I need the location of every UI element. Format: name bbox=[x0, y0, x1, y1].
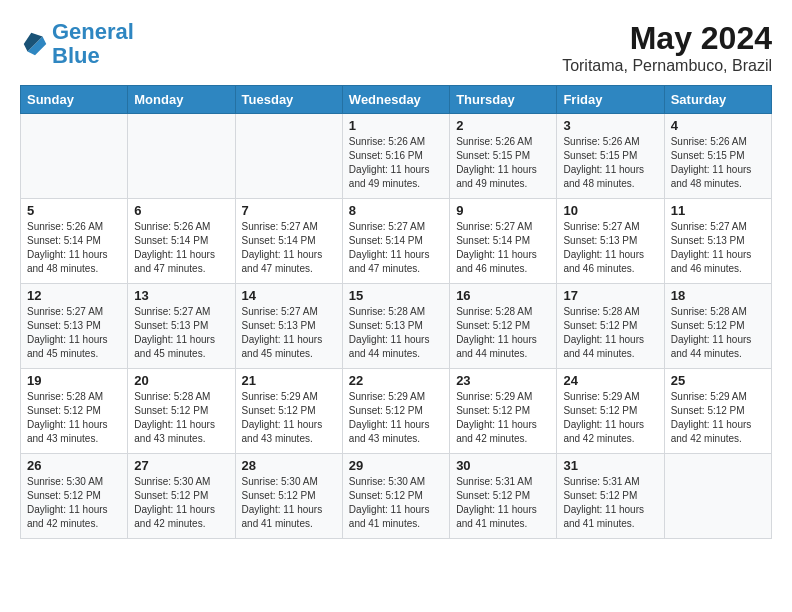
day-number: 31 bbox=[563, 458, 657, 473]
calendar-cell: 30Sunrise: 5:31 AM Sunset: 5:12 PM Dayli… bbox=[450, 454, 557, 539]
day-info: Sunrise: 5:28 AM Sunset: 5:12 PM Dayligh… bbox=[563, 305, 657, 361]
calendar-cell: 24Sunrise: 5:29 AM Sunset: 5:12 PM Dayli… bbox=[557, 369, 664, 454]
day-number: 18 bbox=[671, 288, 765, 303]
day-number: 6 bbox=[134, 203, 228, 218]
page-header: General Blue May 2024 Toritama, Pernambu… bbox=[20, 20, 772, 75]
day-number: 5 bbox=[27, 203, 121, 218]
day-number: 21 bbox=[242, 373, 336, 388]
logo-text: General Blue bbox=[52, 20, 134, 68]
calendar-cell: 27Sunrise: 5:30 AM Sunset: 5:12 PM Dayli… bbox=[128, 454, 235, 539]
day-number: 7 bbox=[242, 203, 336, 218]
calendar-week-row: 12Sunrise: 5:27 AM Sunset: 5:13 PM Dayli… bbox=[21, 284, 772, 369]
day-info: Sunrise: 5:26 AM Sunset: 5:15 PM Dayligh… bbox=[456, 135, 550, 191]
day-info: Sunrise: 5:28 AM Sunset: 5:12 PM Dayligh… bbox=[134, 390, 228, 446]
weekday-header-monday: Monday bbox=[128, 86, 235, 114]
day-info: Sunrise: 5:30 AM Sunset: 5:12 PM Dayligh… bbox=[134, 475, 228, 531]
day-number: 26 bbox=[27, 458, 121, 473]
day-info: Sunrise: 5:27 AM Sunset: 5:13 PM Dayligh… bbox=[134, 305, 228, 361]
calendar-cell bbox=[235, 114, 342, 199]
day-number: 2 bbox=[456, 118, 550, 133]
calendar-cell: 26Sunrise: 5:30 AM Sunset: 5:12 PM Dayli… bbox=[21, 454, 128, 539]
calendar-cell: 16Sunrise: 5:28 AM Sunset: 5:12 PM Dayli… bbox=[450, 284, 557, 369]
weekday-header-tuesday: Tuesday bbox=[235, 86, 342, 114]
day-info: Sunrise: 5:27 AM Sunset: 5:13 PM Dayligh… bbox=[242, 305, 336, 361]
calendar-cell: 20Sunrise: 5:28 AM Sunset: 5:12 PM Dayli… bbox=[128, 369, 235, 454]
calendar-week-row: 19Sunrise: 5:28 AM Sunset: 5:12 PM Dayli… bbox=[21, 369, 772, 454]
title-block: May 2024 Toritama, Pernambuco, Brazil bbox=[562, 20, 772, 75]
day-number: 16 bbox=[456, 288, 550, 303]
calendar-cell: 4Sunrise: 5:26 AM Sunset: 5:15 PM Daylig… bbox=[664, 114, 771, 199]
day-info: Sunrise: 5:31 AM Sunset: 5:12 PM Dayligh… bbox=[563, 475, 657, 531]
day-number: 30 bbox=[456, 458, 550, 473]
month-year: May 2024 bbox=[562, 20, 772, 57]
day-number: 12 bbox=[27, 288, 121, 303]
day-number: 20 bbox=[134, 373, 228, 388]
logo: General Blue bbox=[20, 20, 134, 68]
day-number: 10 bbox=[563, 203, 657, 218]
day-info: Sunrise: 5:29 AM Sunset: 5:12 PM Dayligh… bbox=[671, 390, 765, 446]
day-info: Sunrise: 5:27 AM Sunset: 5:13 PM Dayligh… bbox=[671, 220, 765, 276]
day-number: 23 bbox=[456, 373, 550, 388]
day-info: Sunrise: 5:26 AM Sunset: 5:15 PM Dayligh… bbox=[563, 135, 657, 191]
day-number: 27 bbox=[134, 458, 228, 473]
calendar-cell: 5Sunrise: 5:26 AM Sunset: 5:14 PM Daylig… bbox=[21, 199, 128, 284]
weekday-header-friday: Friday bbox=[557, 86, 664, 114]
day-info: Sunrise: 5:27 AM Sunset: 5:14 PM Dayligh… bbox=[456, 220, 550, 276]
day-number: 24 bbox=[563, 373, 657, 388]
calendar-cell: 1Sunrise: 5:26 AM Sunset: 5:16 PM Daylig… bbox=[342, 114, 449, 199]
calendar-cell bbox=[21, 114, 128, 199]
day-number: 29 bbox=[349, 458, 443, 473]
calendar-week-row: 26Sunrise: 5:30 AM Sunset: 5:12 PM Dayli… bbox=[21, 454, 772, 539]
day-info: Sunrise: 5:29 AM Sunset: 5:12 PM Dayligh… bbox=[349, 390, 443, 446]
day-info: Sunrise: 5:28 AM Sunset: 5:12 PM Dayligh… bbox=[456, 305, 550, 361]
calendar-cell: 3Sunrise: 5:26 AM Sunset: 5:15 PM Daylig… bbox=[557, 114, 664, 199]
day-info: Sunrise: 5:26 AM Sunset: 5:16 PM Dayligh… bbox=[349, 135, 443, 191]
calendar-cell: 25Sunrise: 5:29 AM Sunset: 5:12 PM Dayli… bbox=[664, 369, 771, 454]
calendar-cell: 19Sunrise: 5:28 AM Sunset: 5:12 PM Dayli… bbox=[21, 369, 128, 454]
day-info: Sunrise: 5:30 AM Sunset: 5:12 PM Dayligh… bbox=[349, 475, 443, 531]
day-info: Sunrise: 5:28 AM Sunset: 5:12 PM Dayligh… bbox=[671, 305, 765, 361]
day-number: 1 bbox=[349, 118, 443, 133]
day-number: 25 bbox=[671, 373, 765, 388]
day-number: 4 bbox=[671, 118, 765, 133]
calendar-cell: 21Sunrise: 5:29 AM Sunset: 5:12 PM Dayli… bbox=[235, 369, 342, 454]
calendar-cell: 22Sunrise: 5:29 AM Sunset: 5:12 PM Dayli… bbox=[342, 369, 449, 454]
calendar-week-row: 5Sunrise: 5:26 AM Sunset: 5:14 PM Daylig… bbox=[21, 199, 772, 284]
day-number: 22 bbox=[349, 373, 443, 388]
weekday-header-wednesday: Wednesday bbox=[342, 86, 449, 114]
calendar-cell: 28Sunrise: 5:30 AM Sunset: 5:12 PM Dayli… bbox=[235, 454, 342, 539]
day-info: Sunrise: 5:26 AM Sunset: 5:15 PM Dayligh… bbox=[671, 135, 765, 191]
calendar-week-row: 1Sunrise: 5:26 AM Sunset: 5:16 PM Daylig… bbox=[21, 114, 772, 199]
calendar-cell bbox=[128, 114, 235, 199]
day-number: 9 bbox=[456, 203, 550, 218]
weekday-header-thursday: Thursday bbox=[450, 86, 557, 114]
day-info: Sunrise: 5:29 AM Sunset: 5:12 PM Dayligh… bbox=[242, 390, 336, 446]
day-info: Sunrise: 5:29 AM Sunset: 5:12 PM Dayligh… bbox=[563, 390, 657, 446]
day-number: 15 bbox=[349, 288, 443, 303]
day-info: Sunrise: 5:29 AM Sunset: 5:12 PM Dayligh… bbox=[456, 390, 550, 446]
calendar-cell: 6Sunrise: 5:26 AM Sunset: 5:14 PM Daylig… bbox=[128, 199, 235, 284]
day-info: Sunrise: 5:27 AM Sunset: 5:14 PM Dayligh… bbox=[349, 220, 443, 276]
day-number: 3 bbox=[563, 118, 657, 133]
calendar-cell: 12Sunrise: 5:27 AM Sunset: 5:13 PM Dayli… bbox=[21, 284, 128, 369]
location: Toritama, Pernambuco, Brazil bbox=[562, 57, 772, 75]
calendar-cell: 9Sunrise: 5:27 AM Sunset: 5:14 PM Daylig… bbox=[450, 199, 557, 284]
day-number: 28 bbox=[242, 458, 336, 473]
day-number: 11 bbox=[671, 203, 765, 218]
calendar-cell: 18Sunrise: 5:28 AM Sunset: 5:12 PM Dayli… bbox=[664, 284, 771, 369]
calendar-cell: 29Sunrise: 5:30 AM Sunset: 5:12 PM Dayli… bbox=[342, 454, 449, 539]
day-info: Sunrise: 5:27 AM Sunset: 5:13 PM Dayligh… bbox=[563, 220, 657, 276]
calendar-cell: 17Sunrise: 5:28 AM Sunset: 5:12 PM Dayli… bbox=[557, 284, 664, 369]
logo-line1: General bbox=[52, 19, 134, 44]
day-info: Sunrise: 5:31 AM Sunset: 5:12 PM Dayligh… bbox=[456, 475, 550, 531]
weekday-header-sunday: Sunday bbox=[21, 86, 128, 114]
calendar-cell: 2Sunrise: 5:26 AM Sunset: 5:15 PM Daylig… bbox=[450, 114, 557, 199]
day-info: Sunrise: 5:28 AM Sunset: 5:12 PM Dayligh… bbox=[27, 390, 121, 446]
weekday-header-saturday: Saturday bbox=[664, 86, 771, 114]
logo-line2: Blue bbox=[52, 43, 100, 68]
calendar-cell: 13Sunrise: 5:27 AM Sunset: 5:13 PM Dayli… bbox=[128, 284, 235, 369]
calendar-table: SundayMondayTuesdayWednesdayThursdayFrid… bbox=[20, 85, 772, 539]
calendar-cell bbox=[664, 454, 771, 539]
calendar-cell: 11Sunrise: 5:27 AM Sunset: 5:13 PM Dayli… bbox=[664, 199, 771, 284]
day-info: Sunrise: 5:28 AM Sunset: 5:13 PM Dayligh… bbox=[349, 305, 443, 361]
